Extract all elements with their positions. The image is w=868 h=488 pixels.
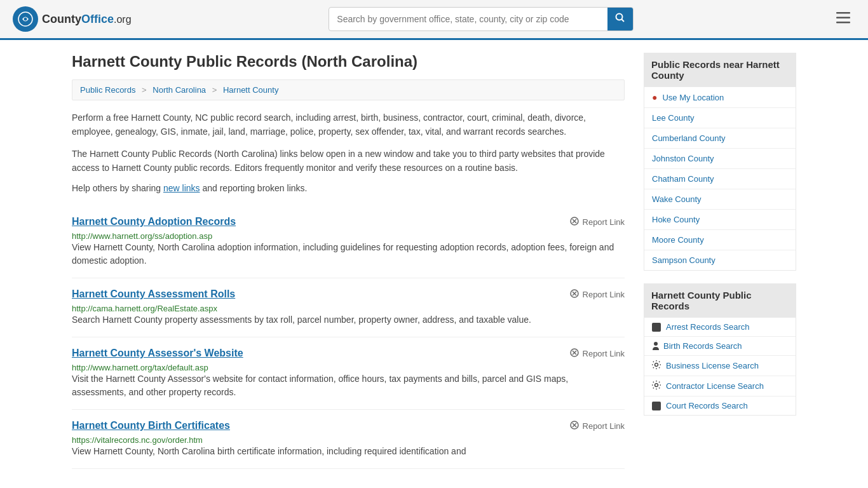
sidebar-public-records-section: Harnett County Public Records Arrest Rec… bbox=[644, 283, 796, 416]
breadcrumb-public-records[interactable]: Public Records bbox=[80, 85, 135, 95]
sidebar: Public Records near Harnett County ● Use… bbox=[644, 53, 796, 469]
svg-rect-5 bbox=[836, 17, 850, 19]
record-item: Harnett County Birth Certificates Report… bbox=[72, 410, 625, 469]
sidebar-public-records-header: Harnett County Public Records bbox=[644, 283, 796, 318]
record-title[interactable]: Harnett County Assessor's Website bbox=[72, 348, 243, 359]
breadcrumb: Public Records > North Carolina > Harnet… bbox=[72, 79, 625, 100]
johnston-county-label: Johnston County bbox=[652, 154, 714, 163]
record-title[interactable]: Harnett County Birth Certificates bbox=[72, 420, 230, 431]
list-item: Court Records Search bbox=[644, 396, 796, 415]
arrest-records-label: Arrest Records Search bbox=[666, 322, 750, 332]
svg-line-3 bbox=[622, 20, 625, 22]
sidebar-nearby-section: Public Records near Harnett County ● Use… bbox=[644, 53, 796, 271]
list-item: Wake County bbox=[644, 189, 796, 210]
report-icon bbox=[569, 288, 580, 301]
chatham-county-label: Chatham County bbox=[652, 174, 714, 184]
sidebar-item-johnston-county[interactable]: Johnston County bbox=[644, 149, 796, 168]
logo-icon bbox=[13, 6, 38, 32]
report-label: Report Link bbox=[583, 421, 625, 431]
lee-county-label: Lee County bbox=[652, 113, 695, 123]
menu-button[interactable] bbox=[831, 8, 855, 30]
list-item: Cumberland County bbox=[644, 128, 796, 149]
sidebar-item-chatham-county[interactable]: Chatham County bbox=[644, 169, 796, 189]
court-records-icon bbox=[652, 402, 661, 410]
record-desc: Visit the Harnett County Assessor's webs… bbox=[72, 372, 625, 399]
sidebar-records-list: Arrest Records Search Birth Records Sear… bbox=[644, 318, 796, 416]
svg-point-21 bbox=[655, 384, 658, 387]
new-links[interactable]: new links bbox=[163, 183, 200, 193]
record-item: Harnett County Adoption Records Report L… bbox=[72, 206, 625, 278]
record-title[interactable]: Harnett County Assessment Rolls bbox=[72, 288, 235, 300]
record-title[interactable]: Harnett County Adoption Records bbox=[72, 216, 236, 227]
sidebar-item-arrest-records[interactable]: Arrest Records Search bbox=[644, 318, 796, 336]
sidebar-item-court-records[interactable]: Court Records Search bbox=[644, 396, 796, 415]
sidebar-item-contractor-license[interactable]: Contractor License Search bbox=[644, 376, 796, 396]
record-url[interactable]: http://www.harnett.org/tax/default.asp bbox=[72, 363, 208, 372]
report-link-button[interactable]: Report Link bbox=[569, 348, 625, 360]
sidebar-item-moore-county[interactable]: Moore County bbox=[644, 230, 796, 250]
record-header: Harnett County Assessment Rolls Report L… bbox=[72, 288, 625, 301]
sidebar-item-lee-county[interactable]: Lee County bbox=[644, 108, 796, 128]
report-label: Report Link bbox=[583, 349, 625, 358]
record-header: Harnett County Birth Certificates Report… bbox=[72, 420, 625, 432]
business-license-label: Business License Search bbox=[666, 361, 759, 370]
record-header: Harnett County Adoption Records Report L… bbox=[72, 216, 625, 228]
report-link-button[interactable]: Report Link bbox=[569, 216, 625, 228]
list-item: Hoke County bbox=[644, 210, 796, 230]
search-input[interactable] bbox=[329, 9, 607, 29]
report-link-button[interactable]: Report Link bbox=[569, 420, 625, 432]
logo-area: CountyOffice.org bbox=[13, 6, 132, 32]
list-item: Business License Search bbox=[644, 356, 796, 376]
header: CountyOffice.org bbox=[0, 0, 868, 40]
breadcrumb-sep2: > bbox=[212, 85, 219, 95]
record-url[interactable]: https://vitalrecords.nc.gov/order.htm bbox=[72, 435, 203, 445]
svg-point-19 bbox=[654, 342, 658, 346]
sidebar-item-use-my-location: ● Use My Location bbox=[644, 87, 796, 108]
report-label: Report Link bbox=[583, 217, 625, 227]
record-desc: View Harnett County, North Carolina birt… bbox=[72, 445, 625, 458]
birth-records-icon bbox=[652, 342, 658, 351]
report-icon bbox=[569, 216, 580, 228]
sidebar-item-wake-county[interactable]: Wake County bbox=[644, 189, 796, 209]
page-title: Harnett County Public Records (North Car… bbox=[72, 53, 625, 71]
business-license-icon bbox=[652, 360, 661, 371]
cumberland-county-label: Cumberland County bbox=[652, 133, 726, 143]
record-desc: Search Harnett County property assessmen… bbox=[72, 313, 625, 327]
sidebar-item-sampson-county[interactable]: Sampson County bbox=[644, 250, 796, 270]
sidebar-item-hoke-county[interactable]: Hoke County bbox=[644, 210, 796, 229]
list-item: Birth Records Search bbox=[644, 337, 796, 356]
breadcrumb-nc[interactable]: North Carolina bbox=[153, 85, 206, 95]
breadcrumb-county[interactable]: Harnett County bbox=[223, 85, 278, 95]
report-link-button[interactable]: Report Link bbox=[569, 288, 625, 301]
list-item: Contractor License Search bbox=[644, 376, 796, 396]
court-records-label: Court Records Search bbox=[666, 401, 748, 410]
content-area: Harnett County Public Records (North Car… bbox=[72, 53, 625, 469]
list-item: Arrest Records Search bbox=[644, 318, 796, 337]
report-label: Report Link bbox=[583, 290, 625, 299]
location-icon: ● bbox=[652, 92, 657, 102]
list-item: Johnston County bbox=[644, 149, 796, 169]
birth-records-label: Birth Records Search bbox=[663, 341, 742, 351]
share-pre: Help others by sharing bbox=[72, 183, 163, 193]
arrest-records-icon bbox=[652, 323, 661, 332]
breadcrumb-sep1: > bbox=[142, 85, 149, 95]
search-button[interactable] bbox=[607, 8, 633, 30]
record-desc: View Harnett County, North Carolina adop… bbox=[72, 241, 625, 268]
record-header: Harnett County Assessor's Website Report… bbox=[72, 348, 625, 360]
svg-point-2 bbox=[616, 14, 623, 20]
sidebar-item-birth-records[interactable]: Birth Records Search bbox=[644, 337, 796, 355]
intro-paragraph-1: Perform a free Harnett County, NC public… bbox=[72, 111, 625, 139]
record-item: Harnett County Assessor's Website Report… bbox=[72, 337, 625, 410]
logo-text: CountyOffice.org bbox=[42, 13, 132, 26]
record-url[interactable]: http://cama.harnett.org/RealEstate.aspx bbox=[72, 304, 217, 313]
moore-county-label: Moore County bbox=[652, 235, 704, 245]
hoke-county-label: Hoke County bbox=[652, 215, 700, 224]
list-item: Lee County bbox=[644, 108, 796, 128]
svg-point-20 bbox=[655, 363, 658, 367]
record-url[interactable]: http://www.harnett.org/ss/adoption.asp bbox=[72, 231, 212, 241]
record-item: Harnett County Assessment Rolls Report L… bbox=[72, 278, 625, 337]
sidebar-item-business-license[interactable]: Business License Search bbox=[644, 356, 796, 376]
sidebar-item-cumberland-county[interactable]: Cumberland County bbox=[644, 128, 796, 148]
use-my-location-link[interactable]: ● Use My Location bbox=[644, 87, 796, 107]
contractor-license-icon bbox=[652, 381, 661, 391]
